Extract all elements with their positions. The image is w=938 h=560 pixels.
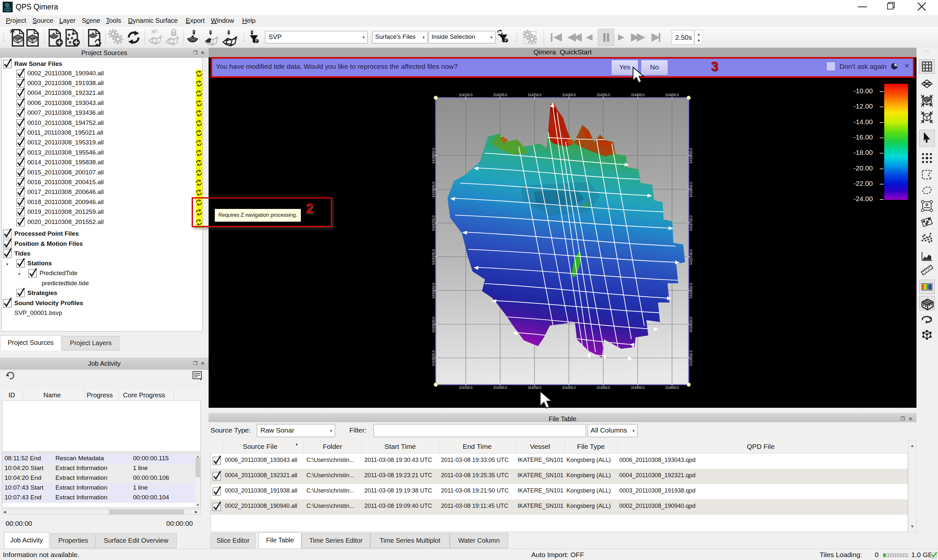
- svg-text:P: P: [255, 38, 258, 43]
- svg-text:P: P: [504, 38, 507, 43]
